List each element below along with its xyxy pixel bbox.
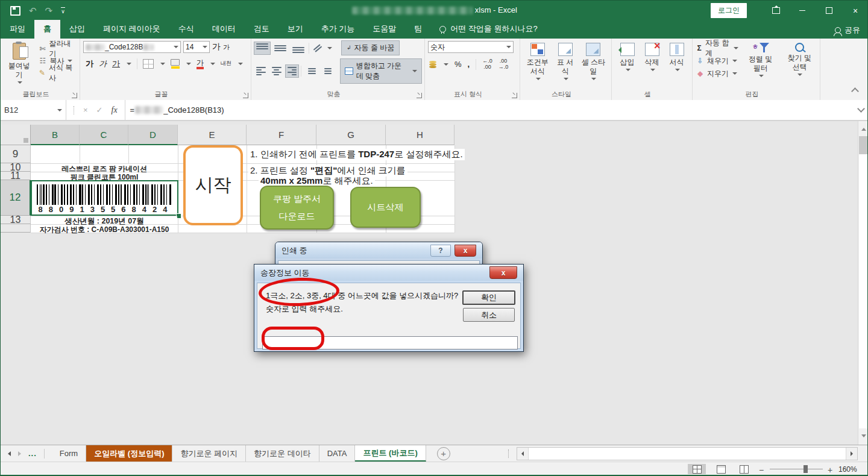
scroll-up-button[interactable] [859,123,868,135]
coupang-download-button[interactable]: 쿠팡 발주서 다운로드 [260,186,334,230]
login-button[interactable]: 로그인 [711,3,747,18]
next-sheet-icon[interactable] [18,451,21,456]
find-select-button[interactable]: 찾기 및 선택 [782,41,817,79]
row-header-10[interactable]: 10 [1,163,31,172]
tab-team[interactable]: 팀 [405,20,431,39]
collapse-ribbon-icon[interactable] [851,87,859,95]
delete-cells-button[interactable]: 삭제 [640,41,664,73]
sheet-tab-oillabel[interactable]: 오일라벨 (정보입력) [86,445,172,462]
zoom-out-button[interactable]: − [759,465,764,475]
row-header-13[interactable]: 13 [1,216,31,224]
formula-input[interactable]: = _Code128B(B13) [125,100,853,120]
font-color-button[interactable]: 가 [197,59,204,69]
number-dialog-launcher-icon[interactable] [512,93,517,98]
formula-bar-grip[interactable] [74,106,75,114]
clear-button[interactable]: ◆지우기 [696,68,738,79]
select-all-corner[interactable] [1,125,31,145]
row-header-12[interactable]: 12 [1,180,31,216]
more-sheets-button[interactable]: ... [28,449,37,458]
format-cells-button[interactable]: 서식 [664,41,689,73]
printing-dialog-titlebar[interactable]: 인쇄 중 ? x [275,242,482,258]
hscroll-right-button[interactable] [846,448,857,460]
inspection-number-cell[interactable]: 자가검사 번호 : C-A09B-A303001-A150 [31,225,177,233]
tab-view[interactable]: 보기 [278,20,312,39]
page-layout-view-button[interactable] [712,464,730,474]
align-right-button[interactable] [286,65,299,77]
minimize-button[interactable] [789,1,816,20]
insert-cells-button[interactable]: 삽입 [615,41,640,73]
fill-color-button[interactable] [171,59,180,69]
insert-function-button[interactable]: fx [112,105,118,115]
save-icon[interactable] [10,6,20,16]
sheet-tab-form[interactable]: Form [52,445,86,462]
undo-icon[interactable]: ↶ [29,6,37,15]
share-button[interactable]: 공유 [835,25,860,36]
invoice-close-button[interactable]: x [489,266,517,279]
tab-file[interactable]: 파일 [1,20,34,39]
zoom-in-button[interactable]: + [828,465,832,475]
row-header-11[interactable]: 11 [1,172,31,180]
orientation-button[interactable] [309,39,326,56]
tab-review[interactable]: 검토 [245,20,278,39]
decrease-font-icon[interactable]: 가 [223,43,230,52]
close-button[interactable]: × [842,1,868,20]
tab-data[interactable]: 데이터 [203,20,245,39]
paste-button[interactable]: 붙여넣기 [4,41,34,86]
new-sheet-button[interactable]: + [437,447,450,460]
redo-icon[interactable]: ↷ [45,6,53,15]
align-center-button[interactable] [270,65,283,77]
printing-help-button[interactable]: ? [430,245,451,257]
production-date-cell[interactable]: 생산년월 : 2019년 07월 [31,216,177,224]
bold-button[interactable]: 가 [86,58,93,69]
format-as-table-button[interactable]: 표 서식 [552,41,579,82]
product-name-cell[interactable]: 레스쁘리 로즈 팜 카네이션 [31,164,177,172]
expand-formula-bar-button[interactable] [853,100,868,120]
column-header-D[interactable]: D [128,125,178,145]
horizontal-scrollbar[interactable] [517,447,858,460]
tell-me-search[interactable]: 어떤 작업을 원하시나요? [431,20,546,39]
decrease-indent-button[interactable] [304,65,318,77]
start-shape-button[interactable]: 시작 [183,145,243,225]
tab-addins[interactable]: 추가 기능 [312,20,364,39]
vertical-scrollbar[interactable] [858,121,868,445]
percent-style-button[interactable]: % [454,60,462,69]
font-name-combo[interactable]: _Code128B [83,41,181,53]
column-header-E[interactable]: E [178,125,247,145]
tab-page-layout[interactable]: 페이지 레이아웃 [94,20,169,39]
tab-insert[interactable]: 삽입 [60,20,94,39]
printing-close-button[interactable]: x [454,245,476,257]
format-painter-button[interactable]: ✎서식 복사 [38,67,77,78]
borders-icon[interactable] [143,59,154,69]
accounting-format-icon[interactable] [429,61,436,63]
increase-indent-button[interactable] [320,65,334,77]
clipboard-dialog-launcher-icon[interactable] [72,93,77,98]
zoom-slider-track[interactable] [770,469,823,469]
enter-formula-icon[interactable]: ✓ [96,105,103,114]
tab-home[interactable]: 홈 [34,20,60,39]
ok-button[interactable]: 확인 [462,290,515,305]
fill-button[interactable]: ⇩채우기 [696,55,738,66]
row-header-partial[interactable] [1,224,31,233]
increase-decimal-button[interactable]: ←.0 .00 [482,58,492,70]
tab-help[interactable]: 도움말 [363,20,405,39]
sheet-tab-fragrant-page[interactable]: 향기로운 페이지 [172,445,246,462]
autosum-button[interactable]: Σ자동 합계 [696,43,738,54]
page-break-view-button[interactable] [735,464,753,474]
column-header-H[interactable]: H [386,125,454,145]
cancel-button[interactable]: 취소 [463,308,515,322]
scroll-down-button[interactable] [859,430,868,442]
maximize-button[interactable] [816,1,842,20]
row-header-9[interactable]: 9 [1,145,31,163]
bottom-align-button[interactable] [291,42,306,54]
cell-styles-button[interactable]: 셀 스타일 [579,41,608,82]
name-box[interactable]: B12 [1,100,66,120]
decrease-decimal-button[interactable]: .00 →.0 [498,58,509,70]
font-size-combo[interactable]: 14 [183,41,210,53]
column-header-B[interactable]: B [31,125,80,145]
alignment-dialog-launcher-icon[interactable] [417,93,422,98]
qat-customize-icon[interactable]: ∨ [61,7,65,14]
column-header-C[interactable]: C [80,125,128,145]
column-header-G[interactable]: G [316,125,386,145]
prev-sheet-icon[interactable] [8,451,11,456]
column-header-F[interactable]: F [247,125,316,145]
